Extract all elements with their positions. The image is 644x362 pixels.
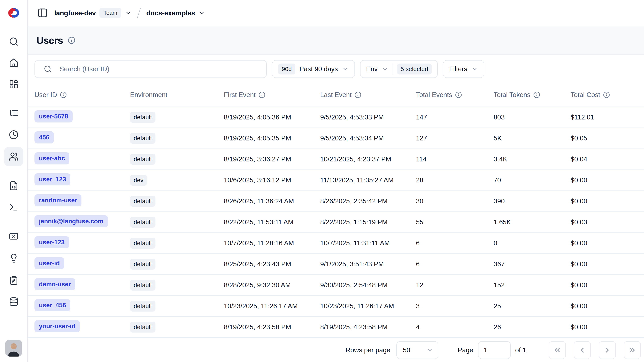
page-header: Users (28, 26, 644, 55)
total-cost-cell: $0.05 (570, 134, 644, 142)
column-header-environment[interactable]: Environment (130, 91, 224, 99)
column-header-total-cost[interactable]: Total Cost (570, 91, 644, 99)
search-box (34, 60, 267, 78)
date-range-button[interactable]: 90d Past 90 days (272, 60, 355, 78)
sidebar-item-tracing[interactable] (7, 107, 20, 119)
total-tokens-cell: 803 (494, 113, 570, 121)
total-cost-cell: $0.04 (570, 155, 644, 163)
info-icon[interactable] (533, 91, 540, 98)
table-row[interactable]: demo-user default 8/28/2025, 9:32:30 AM … (28, 275, 644, 296)
first-page-button[interactable] (549, 341, 566, 359)
page-title: Users (36, 35, 63, 46)
sidebar-item-datasets[interactable] (7, 295, 20, 308)
sidebar-item-home[interactable] (7, 57, 20, 69)
user-id-badge[interactable]: jannik@langfuse.com (34, 215, 108, 227)
info-icon[interactable] (68, 37, 76, 44)
total-tokens-cell: 25 (494, 302, 570, 310)
total-events-cell: 30 (416, 197, 494, 205)
user-id-badge[interactable]: user_123 (34, 173, 70, 185)
user-id-cell: user_123 (34, 173, 130, 187)
environment-filter-button[interactable]: Env 5 selected (360, 60, 438, 78)
previous-page-button[interactable] (574, 341, 591, 359)
chevron-down-icon (125, 10, 132, 16)
sidebar-toggle-button[interactable] (37, 7, 48, 19)
lightbulb-icon (9, 253, 18, 263)
table-row[interactable]: your-user-id default 8/19/2025, 4:23:58 … (28, 317, 644, 338)
user-id-badge[interactable]: user-abc (34, 152, 69, 164)
user-id-badge[interactable]: user-id (34, 257, 64, 269)
user-id-badge[interactable]: 456 (34, 131, 54, 143)
users-table: User ID Environment First Event Last Eve… (28, 83, 644, 338)
column-header-total-events[interactable]: Total Events (416, 91, 494, 99)
org-switcher[interactable]: langfuse-dev Team (54, 8, 132, 18)
total-cost-cell: $0.03 (570, 218, 644, 226)
total-tokens-cell: 26 (494, 323, 570, 331)
sidebar-item-insights[interactable] (7, 252, 20, 264)
table-row[interactable]: 456 default 8/19/2025, 4:05:35 PM 9/5/20… (28, 128, 644, 149)
environment-badge: default (130, 112, 156, 123)
total-cost-cell: $0.00 (570, 323, 644, 331)
user-id-badge[interactable]: demo-user (34, 278, 75, 290)
column-header-last-event[interactable]: Last Event (320, 91, 416, 99)
table-row[interactable]: jannik@langfuse.com default 8/22/2025, 1… (28, 212, 644, 233)
info-icon[interactable] (258, 91, 265, 98)
environment-cell: default (130, 133, 224, 144)
table-row[interactable]: user-abc default 8/19/2025, 3:36:27 PM 1… (28, 149, 644, 170)
total-events-cell: 6 (416, 239, 494, 247)
last-event-cell: 9/5/2025, 4:53:33 PM (320, 113, 416, 121)
user-id-badge[interactable]: user-123 (34, 236, 69, 248)
project-switcher[interactable]: docs-examples (146, 9, 205, 17)
total-cost-cell: $0.00 (570, 260, 644, 268)
info-icon[interactable] (354, 91, 361, 98)
home-icon (9, 58, 18, 68)
filters-button[interactable]: Filters (443, 60, 484, 78)
user-id-badge[interactable]: random-user (34, 194, 82, 206)
sidebar-item-annotation[interactable] (7, 274, 20, 287)
sidebar-item-evaluation[interactable] (7, 230, 20, 243)
next-page-button[interactable] (599, 341, 616, 359)
table-row[interactable]: user-123 default 10/7/2025, 11:28:16 AM … (28, 233, 644, 254)
user-avatar[interactable] (5, 339, 22, 356)
user-id-badge[interactable]: user-5678 (34, 110, 72, 123)
table-row[interactable]: user_123 dev 10/6/2025, 3:16:12 PM 11/13… (28, 170, 644, 191)
environment-badge: default (130, 322, 156, 332)
info-icon[interactable] (455, 91, 462, 98)
search-icon (44, 65, 52, 73)
last-page-button[interactable] (624, 341, 641, 359)
environment-cell: default (130, 154, 224, 165)
sidebar-item-prompts[interactable] (7, 179, 20, 192)
info-icon[interactable] (60, 91, 67, 98)
user-id-badge[interactable]: your-user-id (34, 320, 80, 332)
table-row[interactable]: user-5678 default 8/19/2025, 4:05:36 PM … (28, 107, 644, 128)
user-id-badge[interactable]: user_456 (34, 299, 70, 311)
table-row[interactable]: user-id default 8/25/2025, 4:23:43 PM 9/… (28, 254, 644, 275)
first-event-cell: 10/6/2025, 3:16:12 PM (224, 176, 320, 184)
column-header-first-event[interactable]: First Event (224, 91, 320, 99)
env-filter-label: Env (366, 65, 378, 73)
table-body: user-5678 default 8/19/2025, 4:05:36 PM … (28, 107, 644, 338)
environment-cell: dev (130, 175, 224, 186)
column-header-user-id[interactable]: User ID (34, 91, 130, 99)
last-event-cell: 9/5/2025, 4:53:34 PM (320, 134, 416, 142)
sidebar (0, 0, 28, 362)
table-row[interactable]: random-user default 8/26/2025, 11:36:24 … (28, 191, 644, 212)
page-number-input[interactable] (478, 341, 511, 359)
search-input[interactable] (34, 60, 267, 78)
environment-badge: default (130, 154, 156, 165)
column-header-total-tokens[interactable]: Total Tokens (494, 91, 570, 99)
first-event-cell: 8/19/2025, 3:36:27 PM (224, 155, 320, 163)
sidebar-item-playground[interactable] (7, 201, 20, 214)
sidebar-item-sessions[interactable] (7, 128, 20, 141)
pagination-bar: Rows per page 50 Page of 1 (28, 338, 644, 362)
environment-badge: default (130, 301, 156, 311)
sidebar-item-dashboards[interactable] (7, 78, 20, 91)
info-icon[interactable] (603, 91, 610, 98)
total-events-cell: 6 (416, 260, 494, 268)
sidebar-item-users[interactable] (4, 147, 24, 166)
chevron-down-icon (382, 66, 388, 73)
page-total-label: of 1 (515, 346, 526, 354)
rows-per-page-select[interactable]: 50 (396, 341, 438, 359)
sidebar-item-search[interactable] (7, 35, 20, 48)
chevron-left-icon (578, 346, 586, 354)
table-row[interactable]: user_456 default 10/23/2025, 11:26:17 AM… (28, 296, 644, 317)
